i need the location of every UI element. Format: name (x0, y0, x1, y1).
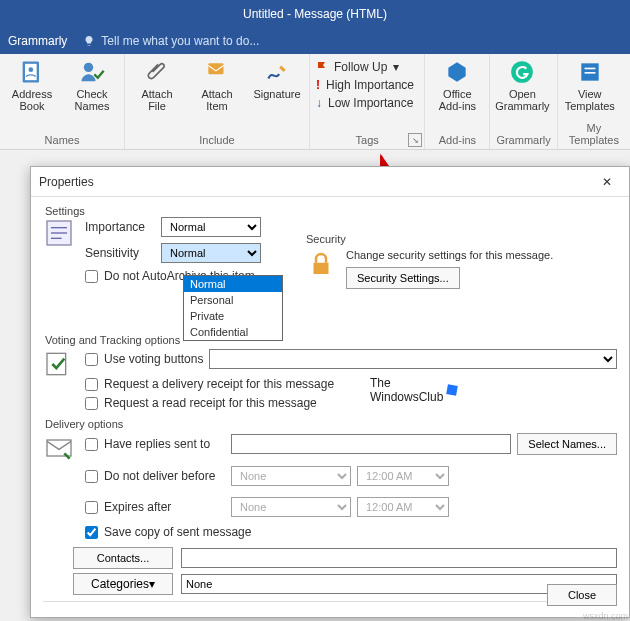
use-voting-label: Use voting buttons (104, 352, 203, 366)
svg-point-2 (29, 67, 34, 72)
no-deliver-before-label: Do not deliver before (104, 469, 215, 483)
attach-item-label: Attach Item (201, 88, 232, 112)
office-addins-label: Office Add-ins (439, 88, 476, 112)
importance-label: Importance (85, 220, 155, 234)
voting-options-select[interactable] (209, 349, 617, 369)
group-include: Attach File Attach Item Signature Includ… (125, 54, 310, 149)
save-copy-checkbox[interactable]: Save copy of sent message (85, 525, 617, 539)
address-book-label: Address Book (12, 88, 52, 112)
categories-button[interactable]: Categories ▾ (73, 573, 173, 595)
view-templates-button[interactable]: View Templates (564, 58, 616, 112)
importance-select[interactable]: Normal (161, 217, 261, 237)
check-names-label: Check Names (75, 88, 110, 112)
delivery-section: Delivery options Have replies sent to Se… (43, 418, 617, 539)
no-deliver-time-select[interactable]: 12:00 AM (357, 466, 449, 486)
group-templates: View Templates My Templates (558, 54, 630, 149)
close-icon: ✕ (602, 175, 612, 189)
lock-icon (306, 249, 336, 282)
expires-date-select[interactable]: None (231, 497, 351, 517)
tell-me-search[interactable]: Tell me what you want to do... (83, 34, 259, 48)
open-grammarly-label: Open Grammarly (495, 88, 549, 112)
svg-rect-17 (47, 440, 71, 456)
delivery-receipt-label: Request a delivery receipt for this mess… (104, 377, 334, 391)
templates-icon (576, 58, 604, 86)
ribbon-tabs: Grammarly Tell me what you want to do... (0, 28, 630, 54)
save-copy-label: Save copy of sent message (104, 525, 251, 539)
group-include-label: Include (131, 134, 303, 147)
security-legend: Security (306, 233, 616, 245)
address-book-button[interactable]: Address Book (6, 58, 58, 112)
settings-icon (43, 217, 75, 249)
dialog-close-button[interactable]: ✕ (593, 172, 621, 192)
voting-icon (43, 348, 75, 380)
group-templates-label: My Templates (564, 122, 624, 147)
svg-rect-4 (208, 63, 223, 74)
contacts-input[interactable] (181, 548, 617, 568)
replies-checkbox[interactable]: Have replies sent to (85, 437, 225, 451)
low-importance-button[interactable]: ↓Low Importance (316, 96, 418, 110)
no-deliver-before-checkbox[interactable]: Do not deliver before (85, 469, 225, 483)
replies-input[interactable] (231, 434, 511, 454)
address-book-icon (18, 58, 46, 86)
read-receipt-label: Request a read receipt for this message (104, 396, 317, 410)
sensitivity-dropdown-list[interactable]: Normal Personal Private Confidential (183, 275, 283, 341)
sensitivity-option-private[interactable]: Private (184, 308, 282, 324)
attach-file-button[interactable]: Attach File (131, 58, 183, 112)
sensitivity-select[interactable]: Normal (161, 243, 261, 263)
window-title: Untitled - Message (HTML) (0, 0, 630, 28)
high-importance-button[interactable]: !High Importance (316, 78, 418, 92)
contacts-button[interactable]: Contacts... (73, 547, 173, 569)
svg-marker-5 (449, 62, 466, 82)
select-names-button[interactable]: Select Names... (517, 433, 617, 455)
follow-up-button[interactable]: Follow Up ▾ (316, 60, 418, 74)
group-grammarly: Open Grammarly Grammarly (490, 54, 557, 149)
attach-item-button[interactable]: Attach Item (191, 58, 243, 112)
sensitivity-option-normal[interactable]: Normal (184, 276, 282, 292)
group-tags: Follow Up ▾ !High Importance ↓Low Import… (310, 54, 425, 149)
sensitivity-option-personal[interactable]: Personal (184, 292, 282, 308)
check-names-button[interactable]: Check Names (66, 58, 118, 112)
sensitivity-label: Sensitivity (85, 246, 155, 260)
security-settings-button[interactable]: Security Settings... (346, 267, 460, 289)
tell-me-text: Tell me what you want to do... (101, 34, 259, 48)
paperclip-icon (143, 58, 171, 86)
low-importance-label: Low Importance (328, 96, 413, 110)
lightbulb-icon (83, 35, 95, 47)
signature-label: Signature (253, 88, 300, 100)
security-section: Security Change security settings for th… (306, 233, 616, 289)
follow-up-label: Follow Up (334, 60, 387, 74)
attach-file-label: Attach File (141, 88, 172, 112)
read-receipt-checkbox[interactable]: Request a read receipt for this message (85, 396, 617, 410)
flag-icon (316, 61, 328, 73)
exclamation-icon: ! (316, 78, 320, 92)
delivery-legend: Delivery options (43, 418, 125, 430)
close-button[interactable]: Close (547, 584, 617, 606)
group-tags-label: Tags (316, 134, 418, 147)
tab-grammarly[interactable]: Grammarly (8, 34, 67, 48)
ribbon: Address Book Check Names Names Attach Fi… (0, 54, 630, 150)
settings-legend: Settings (43, 205, 87, 217)
group-addins: Office Add-ins Add-ins (425, 54, 490, 149)
check-names-icon (78, 58, 106, 86)
use-voting-checkbox[interactable]: Use voting buttons (85, 352, 203, 366)
tags-dialog-launcher[interactable] (408, 133, 422, 147)
office-addins-button[interactable]: Office Add-ins (431, 58, 483, 112)
voting-legend: Voting and Tracking options (43, 334, 182, 346)
no-deliver-date-select[interactable]: None (231, 466, 351, 486)
open-grammarly-button[interactable]: Open Grammarly (496, 58, 548, 112)
svg-rect-15 (314, 263, 329, 274)
delivery-icon (43, 432, 75, 464)
sensitivity-option-confidential[interactable]: Confidential (184, 324, 282, 340)
svg-point-3 (84, 63, 93, 72)
group-grammarly-label: Grammarly (496, 134, 550, 147)
expires-time-select[interactable]: 12:00 AM (357, 497, 449, 517)
group-names: Address Book Check Names Names (0, 54, 125, 149)
credit: wsxdn.com (583, 611, 628, 621)
signature-button[interactable]: Signature (251, 58, 303, 100)
delivery-receipt-checkbox[interactable]: Request a delivery receipt for this mess… (85, 377, 617, 391)
high-importance-label: High Importance (326, 78, 414, 92)
addins-icon (443, 58, 471, 86)
svg-rect-16 (47, 353, 66, 374)
security-desc: Change security settings for this messag… (346, 249, 553, 261)
expires-checkbox[interactable]: Expires after (85, 500, 225, 514)
